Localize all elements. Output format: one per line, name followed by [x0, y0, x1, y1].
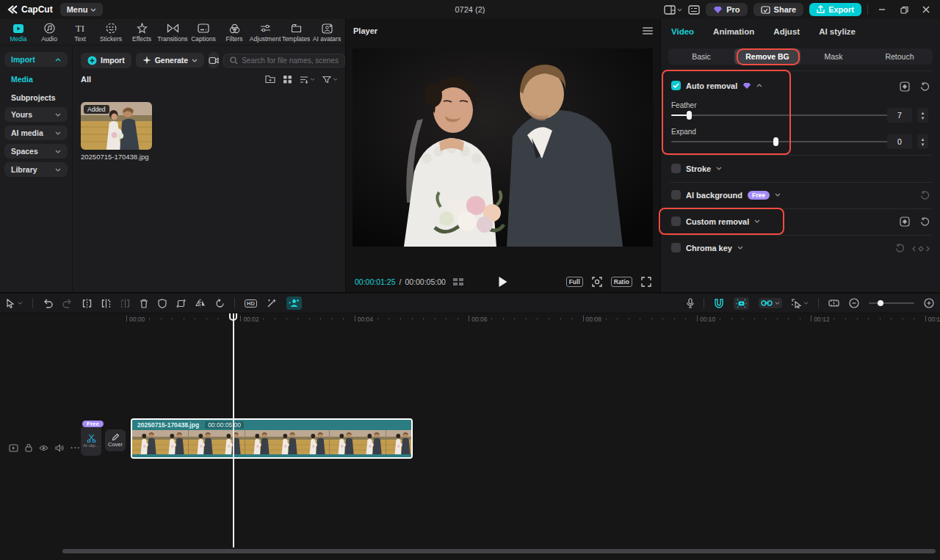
playhead[interactable] — [233, 313, 234, 548]
ribbon-tab-effects[interactable]: Effects — [126, 21, 157, 43]
horizontal-scrollbar[interactable] — [62, 549, 936, 553]
delete-right-icon[interactable] — [120, 299, 130, 308]
link-icon[interactable] — [759, 298, 782, 308]
subtab-remove-bg[interactable]: Remove BG — [734, 48, 800, 65]
sidebar-item-ai-media[interactable]: AI media — [4, 126, 68, 140]
media-thumbnail[interactable]: Added — [81, 102, 152, 150]
lock-track-icon[interactable] — [25, 443, 32, 452]
tab-video[interactable]: Video — [671, 27, 694, 36]
redo-icon[interactable] — [62, 299, 73, 308]
mic-icon[interactable] — [687, 298, 694, 308]
auto-preview-icon[interactable] — [734, 297, 749, 310]
mask-icon[interactable] — [158, 299, 167, 308]
feather-stepper[interactable]: ▲▼ — [917, 108, 928, 123]
filter-icon[interactable] — [322, 76, 338, 84]
subtab-mask[interactable]: Mask — [800, 48, 867, 65]
auto-removal-checkbox[interactable] — [671, 81, 681, 90]
ribbon-tab-adjustment[interactable]: Adjustment — [250, 21, 281, 43]
search-input[interactable] — [242, 57, 339, 65]
preview-axis-icon[interactable] — [828, 299, 839, 308]
restore-button[interactable] — [896, 3, 912, 16]
select-tool[interactable] — [6, 299, 23, 308]
expand-slider[interactable] — [671, 137, 889, 146]
share-button[interactable]: Share — [753, 3, 804, 16]
timeline-ruler[interactable]: 00:0000:0200:0400:0600:0800:1000:1200:14 — [0, 313, 940, 327]
track-more-icon[interactable]: ··· — [70, 443, 81, 452]
select-mode-icon[interactable] — [792, 299, 809, 308]
player-menu-icon[interactable] — [643, 26, 653, 36]
video-preview[interactable] — [352, 48, 653, 247]
subtab-retouch[interactable]: Retouch — [867, 48, 933, 65]
subtab-basic[interactable]: Basic — [668, 48, 734, 65]
full-button[interactable]: Full — [566, 277, 583, 287]
mute-track-icon[interactable] — [55, 444, 64, 452]
close-button[interactable] — [918, 3, 934, 16]
hide-track-icon[interactable] — [39, 445, 48, 451]
generate-button[interactable]: Generate — [136, 53, 205, 68]
sidebar-item-spaces[interactable]: Spaces — [4, 144, 68, 159]
export-button[interactable]: Export — [809, 3, 861, 16]
reset-icon[interactable] — [920, 191, 930, 200]
ribbon-tab-transitions[interactable]: Transitions — [157, 21, 188, 43]
chevron-down-icon[interactable] — [737, 246, 743, 250]
custom-removal-checkbox[interactable] — [671, 217, 681, 226]
split-icon[interactable] — [82, 299, 92, 308]
stroke-checkbox[interactable] — [671, 164, 681, 173]
media-search[interactable] — [223, 54, 345, 68]
record-button[interactable] — [209, 52, 219, 68]
playhead-handle[interactable] — [229, 313, 237, 321]
ribbon-tab-media[interactable]: Media — [3, 21, 34, 43]
remove-bg-tool-icon[interactable] — [286, 297, 302, 310]
keyframe-prev-icon[interactable] — [912, 246, 930, 252]
chevron-down-icon[interactable] — [775, 193, 781, 197]
chevron-down-icon[interactable] — [754, 219, 760, 223]
delete-left-icon[interactable] — [101, 299, 111, 308]
zoom-out-icon[interactable] — [849, 298, 859, 308]
ribbon-tab-ai-avatars[interactable]: AI avatars — [311, 21, 342, 43]
frame-view-icon[interactable] — [452, 277, 464, 286]
trash-icon[interactable] — [140, 299, 148, 308]
timeline-clip[interactable]: 20250715-170438.jpg 00:00:05:00 — [131, 418, 413, 459]
ratio-button[interactable]: Ratio — [611, 277, 632, 287]
rotate-icon[interactable] — [215, 299, 225, 308]
sidebar-item-media[interactable]: Media — [4, 70, 68, 89]
fullscreen-icon[interactable] — [641, 277, 651, 287]
ribbon-tab-stickers[interactable]: Stickers — [95, 21, 126, 43]
zoom-in-icon[interactable] — [924, 298, 934, 308]
keyboard-icon[interactable] — [688, 5, 700, 15]
keyframe-icon[interactable] — [900, 81, 910, 92]
grid-view-icon[interactable] — [283, 75, 292, 84]
ribbon-tab-captions[interactable]: Captions — [188, 21, 219, 43]
minimize-button[interactable] — [874, 3, 890, 16]
tab-adjust[interactable]: Adjust — [773, 27, 800, 36]
enhance-wand-icon[interactable] — [267, 298, 277, 308]
expand-value[interactable]: 0 — [887, 134, 912, 149]
play-button[interactable] — [499, 277, 507, 287]
ribbon-tab-templates[interactable]: Templates — [281, 21, 311, 43]
ribbon-tab-audio[interactable]: Audio — [34, 21, 65, 43]
chroma-key-checkbox[interactable] — [671, 243, 681, 252]
reset-icon[interactable] — [920, 217, 930, 227]
magnet-snap-icon[interactable] — [714, 299, 724, 308]
reset-icon[interactable] — [895, 244, 905, 253]
crop-icon[interactable] — [176, 299, 186, 308]
cover-button[interactable]: Cover — [105, 429, 126, 451]
reset-icon[interactable] — [920, 82, 930, 92]
pro-button[interactable]: Pro — [706, 3, 747, 16]
ai-clip-button[interactable]: AI clip... — [81, 425, 101, 456]
chevron-up-icon[interactable] — [756, 84, 762, 87]
feather-slider[interactable] — [671, 111, 889, 120]
import-button[interactable]: Import — [81, 53, 131, 68]
ai-background-checkbox[interactable] — [671, 190, 681, 200]
tab-animation[interactable]: Animation — [713, 27, 754, 36]
layout-icon[interactable] — [664, 5, 682, 15]
preview-quality-icon[interactable] — [592, 277, 602, 287]
new-folder-icon[interactable] — [265, 75, 275, 84]
ribbon-tab-text[interactable]: TI Text — [65, 21, 95, 43]
sort-icon[interactable] — [300, 76, 315, 84]
undo-icon[interactable] — [43, 299, 53, 308]
hd-icon[interactable]: HD — [245, 299, 257, 308]
sidebar-item-import[interactable]: Import — [4, 52, 68, 67]
sidebar-item-library[interactable]: Library — [4, 162, 68, 177]
sidebar-item-yours[interactable]: Yours — [4, 107, 68, 122]
